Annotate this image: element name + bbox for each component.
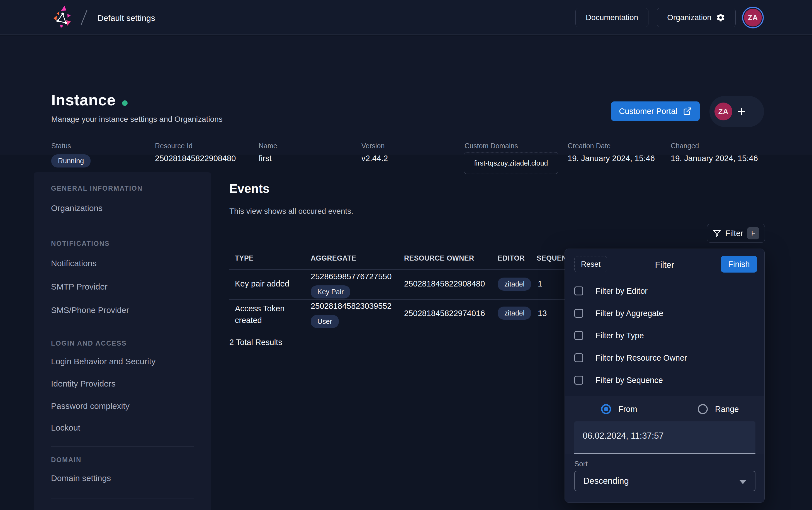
- sidebar-divider: [51, 499, 194, 499]
- filter-by-type-checkbox[interactable]: Filter by Type: [574, 330, 644, 342]
- meta-label: Resource Id: [155, 142, 236, 150]
- total-results: 2 Total Results: [229, 338, 282, 347]
- gear-icon: [716, 13, 725, 22]
- organization-label: Organization: [667, 13, 712, 22]
- filter-by-editor-checkbox[interactable]: Filter by Editor: [574, 285, 647, 297]
- event-type: Key pair added: [235, 279, 289, 288]
- status-dot: [122, 100, 127, 106]
- filter-by-resource-owner-checkbox[interactable]: Filter by Resource Owner: [574, 352, 687, 364]
- page-subtitle: Manage your instance settings and Organi…: [51, 115, 223, 124]
- sort-value: Descending: [583, 476, 629, 486]
- checkbox-label: Filter by Aggregate: [596, 309, 663, 318]
- checkbox-icon: [574, 376, 583, 385]
- editor-chip: zitadel: [498, 278, 531, 291]
- checkbox-label: Filter by Editor: [596, 286, 647, 296]
- meta-value: 19. January 2024, 15:46: [568, 154, 655, 163]
- filter-by-sequence-checkbox[interactable]: Filter by Sequence: [574, 374, 663, 386]
- topbar-actions: Documentation Organization ZA: [575, 0, 764, 35]
- sidebar-divider: [51, 229, 194, 229]
- meta-version: Version v2.44.2: [361, 142, 388, 163]
- sidebar-item-login-behavior[interactable]: Login Behavior and Security: [51, 357, 155, 366]
- user-avatar[interactable]: ZA: [744, 9, 762, 26]
- settings-sidebar: GENERAL INFORMATION Organizations NOTIFI…: [34, 172, 211, 510]
- meta-resource-id: Resource Id 250281845822908480: [155, 142, 236, 163]
- topbar: Default settings Documentation Organizat…: [0, 0, 812, 35]
- member-avatar[interactable]: ZA: [715, 103, 732, 120]
- checkbox-label: Filter by Type: [596, 331, 644, 340]
- col-header-aggregate: AGGREGATE: [311, 254, 356, 262]
- page-title: Instance: [51, 91, 116, 109]
- sidebar-item-sms-phone-provider[interactable]: SMS/Phone Provider: [51, 306, 129, 315]
- meta-value: 250281845822908480: [155, 154, 236, 163]
- instance-header: Instance Manage your instance settings a…: [0, 36, 812, 154]
- from-radio[interactable]: From: [601, 404, 637, 414]
- aggregate-id: 252865985776727550: [311, 272, 392, 281]
- aggregate-type-chip: Key Pair: [311, 285, 350, 299]
- radio-label: From: [618, 405, 637, 414]
- meta-value: 19. January 2024, 15:46: [671, 154, 758, 163]
- col-header-resource-owner: RESOURCE OWNER: [404, 254, 474, 262]
- time-filter-section: From Range 06.02.2024, 11:37:57: [565, 396, 764, 454]
- aggregate-id: 250281845823039552: [311, 302, 392, 311]
- sidebar-item-domain-settings[interactable]: Domain settings: [51, 474, 111, 483]
- aggregate-type-chip: User: [311, 315, 339, 328]
- radio-unselected-icon: [698, 404, 708, 414]
- custom-domain-chip[interactable]: first-tqszuy.zitadel.cloud: [464, 152, 558, 174]
- meta-label: Custom Domains: [465, 142, 518, 150]
- documentation-button[interactable]: Documentation: [575, 8, 648, 27]
- meta-label: Status: [51, 142, 91, 150]
- breadcrumb-separator: [81, 10, 87, 25]
- meta-creation-date: Creation Date 19. January 2024, 15:46: [568, 142, 655, 163]
- customer-portal-button[interactable]: Customer Portal: [611, 102, 700, 121]
- resource-owner: 250281845822908480: [404, 279, 485, 288]
- checkbox-icon: [574, 286, 583, 295]
- events-title: Events: [229, 182, 269, 196]
- filter-button-label: Filter: [725, 229, 743, 238]
- datetime-input[interactable]: 06.02.2024, 11:37:57: [574, 421, 755, 454]
- range-radio[interactable]: Range: [698, 404, 739, 414]
- sort-label: Sort: [574, 459, 588, 468]
- checkbox-label: Filter by Sequence: [596, 376, 663, 385]
- sidebar-section-login-access: LOGIN AND ACCESS: [51, 339, 127, 347]
- meta-changed: Changed 19. January 2024, 15:46: [671, 142, 758, 163]
- meta-status: Status Running: [51, 142, 91, 168]
- status-badge: Running: [51, 154, 91, 168]
- breadcrumb: Default settings: [97, 13, 155, 23]
- filter-by-aggregate-checkbox[interactable]: Filter by Aggregate: [574, 307, 663, 319]
- customer-portal-label: Customer Portal: [619, 107, 677, 116]
- meta-label: Version: [361, 142, 388, 150]
- editor-chip: zitadel: [498, 307, 531, 320]
- sort-dropdown[interactable]: Descending: [574, 471, 755, 491]
- meta-label: Creation Date: [568, 142, 655, 150]
- zitadel-console: { "topbar": { "breadcrumb": "Default set…: [0, 0, 812, 510]
- radio-selected-icon: [601, 404, 611, 414]
- checkbox-icon: [574, 353, 583, 362]
- resource-owner: 250281845822974016: [404, 309, 485, 318]
- radio-label: Range: [715, 405, 739, 414]
- col-header-type: TYPE: [235, 254, 254, 262]
- sidebar-item-password-complexity[interactable]: Password complexity: [51, 401, 129, 411]
- checkbox-icon: [574, 331, 583, 340]
- sidebar-item-lockout[interactable]: Lockout: [51, 423, 80, 432]
- event-type: Access Token created: [235, 303, 304, 326]
- checkbox-label: Filter by Resource Owner: [596, 353, 687, 363]
- organization-button[interactable]: Organization: [657, 8, 736, 27]
- funnel-icon: [713, 229, 721, 238]
- external-link-icon: [683, 107, 692, 116]
- sort-section: Sort Descending: [565, 454, 764, 503]
- sidebar-item-notifications[interactable]: Notifications: [51, 259, 96, 268]
- sequence-value: 13: [538, 309, 547, 318]
- add-member-button[interactable]: +: [737, 104, 746, 119]
- filter-panel: Reset Filter Finish Filter by Editor Fil…: [564, 249, 765, 503]
- checkbox-icon: [574, 309, 583, 318]
- sidebar-item-organizations[interactable]: Organizations: [51, 203, 103, 213]
- chevron-down-icon: [739, 480, 747, 484]
- filter-button[interactable]: Filter F: [707, 224, 765, 243]
- finish-button[interactable]: Finish: [721, 256, 757, 273]
- documentation-label: Documentation: [586, 13, 638, 22]
- sidebar-item-identity-providers[interactable]: Identity Providers: [51, 379, 116, 389]
- sidebar-item-smtp-provider[interactable]: SMTP Provider: [51, 282, 108, 291]
- zitadel-logo-icon[interactable]: [49, 4, 75, 31]
- instance-members-group: ZA +: [709, 96, 764, 127]
- meta-label: Name: [259, 142, 277, 150]
